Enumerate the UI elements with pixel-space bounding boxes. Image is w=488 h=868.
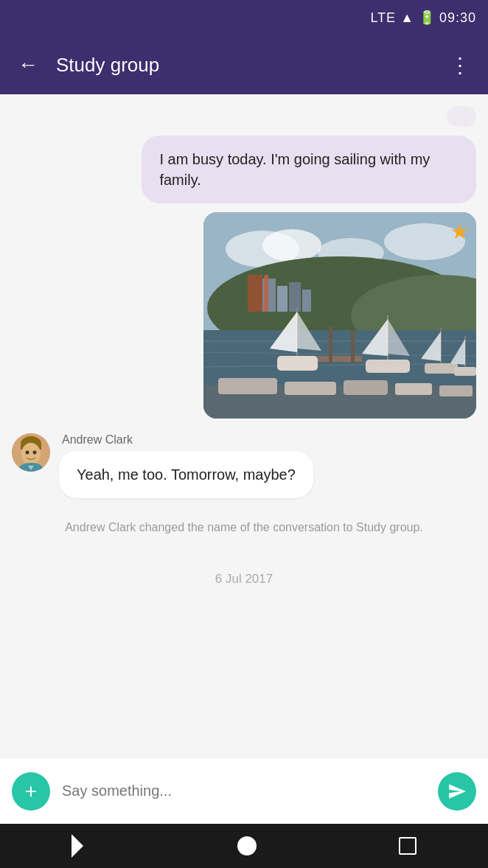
outgoing-message-text: I am busy today. I'm going sailing with … <box>159 151 430 188</box>
send-button[interactable] <box>438 772 476 811</box>
marina-image <box>203 212 476 419</box>
svg-rect-39 <box>439 385 473 396</box>
incoming-message-bubble: Yeah, me too. Tomorrow, maybe? <box>59 451 313 498</box>
message-input[interactable] <box>62 783 426 799</box>
svg-point-45 <box>33 451 37 455</box>
svg-point-43 <box>21 443 41 465</box>
outgoing-message-bubble: I am busy today. I'm going sailing with … <box>142 136 476 203</box>
svg-rect-12 <box>264 275 268 312</box>
incoming-content: Andrew Clark Yeah, me too. Tomorrow, may… <box>59 433 313 498</box>
svg-rect-18 <box>329 326 332 363</box>
send-icon <box>447 782 467 801</box>
previous-message-bubble <box>447 106 476 127</box>
page-title: Study group <box>56 54 432 77</box>
toolbar: ← Study group ⋮ <box>0 35 488 94</box>
system-message: Andrew Clark changed the name of the con… <box>12 507 476 548</box>
star-badge: ★ <box>450 220 469 244</box>
plus-icon: + <box>25 780 37 803</box>
bottom-nav <box>0 824 488 868</box>
incoming-message-group: Andrew Clark Yeah, me too. Tomorrow, may… <box>12 433 476 498</box>
clock: 09:30 <box>439 10 476 26</box>
incoming-message-text: Yeah, me too. Tomorrow, maybe? <box>77 466 296 483</box>
signal-bars: ▲ <box>400 10 414 26</box>
svg-rect-28 <box>425 363 458 374</box>
svg-rect-19 <box>351 330 355 363</box>
svg-rect-31 <box>454 367 476 376</box>
svg-rect-20 <box>277 356 318 371</box>
svg-rect-17 <box>318 356 362 362</box>
avatar-image <box>12 433 50 472</box>
more-options-button[interactable]: ⋮ <box>444 47 476 83</box>
sender-name: Andrew Clark <box>62 433 313 447</box>
signal-indicator: LTE <box>370 10 396 26</box>
svg-rect-9 <box>289 282 301 312</box>
svg-point-44 <box>26 451 29 455</box>
home-nav-button[interactable] <box>237 836 257 855</box>
avatar <box>12 433 50 472</box>
input-bar: + <box>0 757 488 824</box>
image-message[interactable]: ★ <box>203 212 476 419</box>
svg-rect-36 <box>285 382 336 395</box>
back-button[interactable]: ← <box>12 47 44 83</box>
status-bar: LTE ▲ 🔋 09:30 <box>0 0 488 35</box>
svg-rect-38 <box>395 383 432 395</box>
svg-rect-11 <box>248 275 262 312</box>
recents-nav-button[interactable] <box>399 837 416 855</box>
svg-rect-8 <box>277 286 287 312</box>
svg-point-2 <box>262 229 321 262</box>
svg-rect-35 <box>218 378 277 394</box>
svg-rect-37 <box>344 380 388 395</box>
battery-icon: 🔋 <box>419 10 435 26</box>
svg-rect-10 <box>302 290 311 312</box>
add-attachment-button[interactable]: + <box>12 772 50 811</box>
back-nav-button[interactable] <box>72 834 95 858</box>
marina-svg <box>203 212 476 419</box>
date-separator: 6 Jul 2017 <box>12 557 476 592</box>
chat-area: I am busy today. I'm going sailing with … <box>0 94 488 757</box>
svg-rect-24 <box>366 360 410 373</box>
